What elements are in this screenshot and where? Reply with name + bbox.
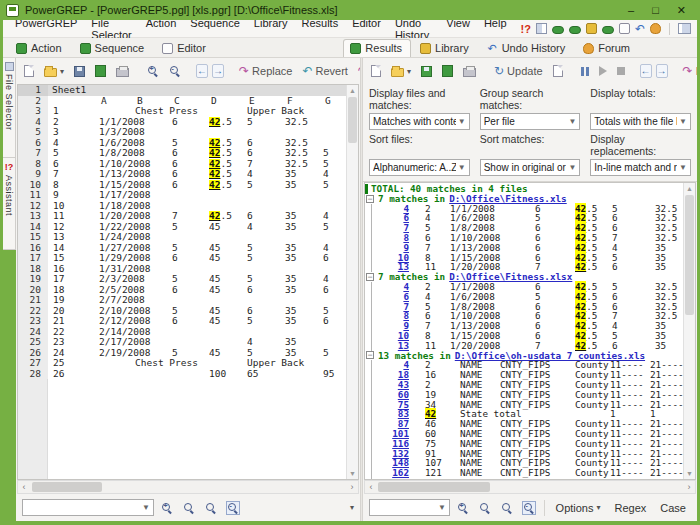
sidebar-tab-assistant[interactable]: !? Assistant: [3, 158, 16, 250]
zoom-out-button[interactable]: -: [166, 63, 184, 79]
editor-line: 531/3/2008: [18, 127, 358, 138]
update-results-button[interactable]: ↻Update: [491, 63, 546, 79]
tab-editor[interactable]: Editor: [155, 39, 215, 57]
previous-match-button[interactable]: ←: [196, 64, 208, 78]
stop-button[interactable]: [614, 65, 628, 77]
scroll-up-arrow[interactable]: ▲: [684, 183, 695, 194]
regex-toggle[interactable]: Regex: [610, 500, 652, 516]
minimize-button[interactable]: –: [628, 4, 634, 17]
scrollbar-thumb[interactable]: [348, 97, 357, 143]
results-search-combobox[interactable]: ▼: [369, 499, 450, 516]
results-list[interactable]: TOTAL:40 matches in 4 files–7 matches in…: [364, 182, 696, 480]
print-button[interactable]: [113, 64, 132, 79]
match-highlight: 42: [209, 148, 220, 158]
replace-button[interactable]: ↷Replace: [236, 63, 295, 79]
editor-line: 31Chest PressUpper Back: [18, 106, 358, 117]
results-icon[interactable]: [602, 26, 614, 34]
collapse-icon[interactable]: –: [366, 273, 374, 281]
tab-results[interactable]: Results: [343, 39, 411, 57]
close-button[interactable]: ✕: [677, 4, 686, 17]
play-button[interactable]: [596, 64, 610, 78]
panel-layout-icon[interactable]: [678, 23, 691, 34]
scroll-down-arrow[interactable]: ▼: [347, 468, 358, 479]
tab-library[interactable]: Library: [413, 39, 478, 57]
zoom-100-button[interactable]: [476, 500, 494, 516]
editor-cell: 19: [48, 295, 99, 306]
sidebar-tab-label: Assistant: [4, 175, 14, 216]
file-editor[interactable]: 1Sheet12ABCDEFG31Chest PressUpper Back42…: [17, 84, 359, 480]
editor-cell: 6: [247, 306, 285, 317]
next-match-button[interactable]: →: [212, 64, 224, 78]
zoom-in-button[interactable]: +: [454, 500, 472, 516]
edit-externally-button[interactable]: [92, 63, 109, 79]
undo-icon[interactable]: ↶: [635, 23, 645, 35]
scroll-right-arrow[interactable]: ›: [346, 481, 358, 493]
replace-icon: ↷: [683, 65, 693, 77]
option-combobox[interactable]: Matches with context and c▼: [369, 113, 470, 130]
forum-icon[interactable]: [650, 23, 661, 34]
next-match-button[interactable]: →: [656, 64, 668, 78]
zoom-out-button[interactable]: -: [224, 500, 242, 516]
print-results-button[interactable]: [460, 64, 479, 79]
scroll-down-arrow[interactable]: ▼: [684, 468, 695, 479]
match-row: 861/10/2008642.5732.5: [372, 311, 695, 321]
option-combobox[interactable]: Per file▼: [480, 113, 581, 130]
action-binoculars-icon[interactable]: [552, 26, 564, 34]
open-file-button[interactable]: ▾: [41, 64, 67, 79]
maximize-button[interactable]: □: [652, 4, 659, 17]
option-label: Display replacements:: [590, 132, 691, 157]
new-results-button[interactable]: [368, 63, 384, 79]
scroll-left-arrow[interactable]: ‹: [18, 481, 30, 493]
revert-button[interactable]: ↶Revert: [299, 63, 350, 79]
match-count: 7 matches in: [378, 194, 445, 204]
scrollbar-thumb[interactable]: [32, 482, 102, 492]
case-toggle[interactable]: Case: [655, 500, 691, 516]
options-menu-button[interactable]: Options▾: [551, 500, 606, 516]
zoom-in-button[interactable]: +: [144, 63, 162, 79]
scroll-left-arrow[interactable]: ‹: [365, 481, 377, 493]
pause-button[interactable]: [578, 65, 592, 78]
tab-action[interactable]: Action: [9, 39, 71, 57]
update-file-button[interactable]: [550, 63, 566, 79]
option-combobox[interactable]: In-line match and replaceme▼: [590, 159, 691, 176]
option-combobox[interactable]: Show in original order▼: [480, 159, 581, 176]
zoom-fit-button[interactable]: [202, 500, 220, 516]
scroll-right-arrow[interactable]: ›: [683, 481, 695, 493]
scrollbar-thumb[interactable]: [685, 195, 694, 315]
tile-windows-icon[interactable]: [536, 23, 547, 34]
open-results-button[interactable]: ▾: [388, 64, 414, 79]
collapse-icon[interactable]: –: [366, 351, 374, 359]
collapse-icon[interactable]: –: [366, 195, 374, 203]
export-results-button[interactable]: [439, 63, 456, 79]
option-combobox[interactable]: Totals with the file header,▼: [590, 113, 691, 130]
tab-forum[interactable]: Forum: [576, 39, 639, 57]
sidebar-tab-file-selector[interactable]: File Selector: [3, 58, 16, 158]
editor-cell: 45: [209, 348, 247, 359]
zoom-fit-button[interactable]: [498, 500, 516, 516]
editor-icon[interactable]: [619, 23, 630, 34]
chevron-down-icon[interactable]: ▾: [350, 503, 354, 512]
tab-undo-history[interactable]: ↶Undo History: [480, 39, 575, 57]
sequence-binoculars-icon[interactable]: [569, 26, 581, 34]
option-combobox[interactable]: Alphanumeric: A..Z, 0..9▼: [369, 159, 470, 176]
editor-jump-combobox[interactable]: ▼: [22, 499, 154, 516]
library-icon[interactable]: [586, 23, 597, 34]
zoom-out-button[interactable]: -: [520, 500, 538, 516]
save-results-button[interactable]: [418, 64, 435, 79]
editor-cell: 6: [172, 285, 209, 296]
scrollbar-thumb[interactable]: [378, 482, 490, 492]
editor-horizontal-scrollbar[interactable]: ‹ ›: [17, 480, 359, 494]
assistant-icon[interactable]: !?: [521, 23, 531, 35]
previous-match-button[interactable]: ←: [640, 64, 652, 78]
scroll-up-arrow[interactable]: ▲: [347, 85, 358, 96]
new-file-button[interactable]: [21, 63, 37, 79]
zoom-in-button[interactable]: +: [158, 500, 176, 516]
zoom-100-button[interactable]: [180, 500, 198, 516]
printer-icon: [116, 68, 129, 77]
tab-sequence[interactable]: Sequence: [73, 39, 154, 57]
replace-button[interactable]: ↷Replace: [680, 63, 697, 79]
results-horizontal-scrollbar[interactable]: ‹ ›: [364, 480, 696, 494]
results-vertical-scrollbar[interactable]: ▲ ▼: [683, 183, 695, 479]
save-file-button[interactable]: [71, 64, 88, 79]
editor-vertical-scrollbar[interactable]: ▲ ▼: [346, 85, 358, 479]
